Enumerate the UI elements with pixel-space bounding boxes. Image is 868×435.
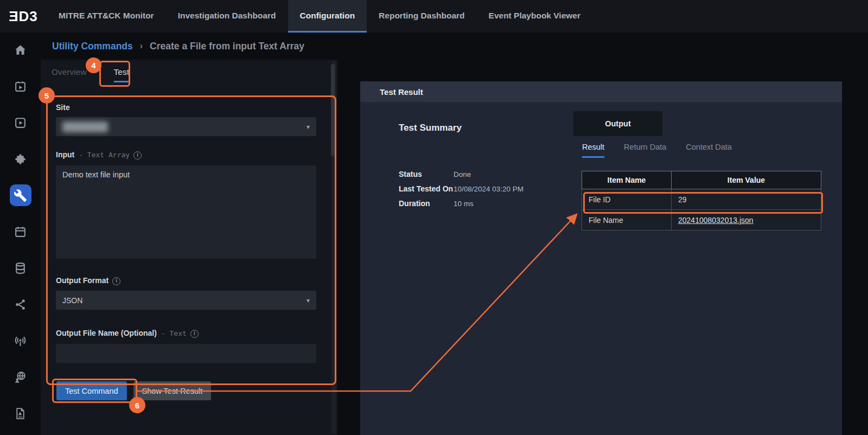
output-format-label: Output Format xyxy=(56,276,120,285)
sidebar-item-incident-monitor[interactable] xyxy=(10,75,31,97)
test-summary-rows: Status Done Last Tested On 10/08/2024 03… xyxy=(399,170,524,208)
subtab-return-data[interactable]: Return Data xyxy=(624,143,666,158)
tab-output[interactable]: Output xyxy=(573,111,662,136)
test-result-panel: Test Result Test Summary Status Done Las… xyxy=(360,81,842,435)
command-test-panel: Overview Test Site Input- Text Array Dem… xyxy=(41,60,337,435)
file-name-link[interactable]: 20241008032013.json xyxy=(678,216,754,225)
tools-icon xyxy=(14,189,27,202)
sidebar-item-integrations[interactable] xyxy=(10,148,31,170)
left-panel-scrollbar[interactable] xyxy=(331,61,336,434)
output-format-dropdown[interactable]: JSON xyxy=(56,291,316,310)
sidebar-item-playbooks[interactable] xyxy=(10,112,31,133)
video-file-icon xyxy=(14,116,27,130)
nav-item-reporting-dashboard[interactable]: Reporting Dashboard xyxy=(367,0,476,33)
broadcast-icon xyxy=(14,334,27,348)
annotation-badge-6: 6 xyxy=(129,397,145,413)
input-type-hint: - Text Array xyxy=(79,151,130,159)
annotation-badge-4: 4 xyxy=(86,57,101,73)
status-value: Done xyxy=(454,170,471,178)
document-signature-icon xyxy=(14,407,27,420)
input-textarea[interactable]: Demo text file input xyxy=(56,165,316,259)
output-result-table: Item Name Item Value File ID 29 File Nam… xyxy=(582,171,821,231)
sidebar-item-data-management[interactable] xyxy=(10,257,31,279)
calendar-play-icon xyxy=(14,80,27,93)
sidebar-item-audit-log[interactable] xyxy=(10,402,31,424)
input-label: Input- Text Array xyxy=(56,150,142,159)
test-command-button[interactable]: Test Command xyxy=(56,381,127,400)
last-tested-label: Last Tested On xyxy=(399,184,454,193)
breadcrumb-utility-commands[interactable]: Utility Commands xyxy=(52,41,133,52)
status-label: Status xyxy=(399,170,454,178)
test-result-title: Test Result xyxy=(380,87,423,97)
sidebar-item-connections[interactable] xyxy=(10,293,31,315)
item-value-header: Item Value xyxy=(672,171,821,189)
icon-sidebar xyxy=(0,33,41,435)
file-id-name-cell: File ID xyxy=(582,189,672,210)
file-name-name-cell: File Name xyxy=(582,210,672,231)
left-panel-scrollbar-thumb[interactable] xyxy=(331,64,335,156)
info-icon[interactable] xyxy=(133,151,142,159)
info-icon[interactable] xyxy=(112,277,120,285)
database-icon xyxy=(14,261,27,275)
page: ƎD3 MITRE ATT&CK Monitor Investigation D… xyxy=(0,0,868,435)
globe-user-icon xyxy=(14,370,27,384)
puzzle-icon xyxy=(14,152,27,166)
breadcrumb: Utility Commands › Create a File from in… xyxy=(0,33,868,60)
last-tested-value: 10/08/2024 03:20 PM xyxy=(454,185,524,193)
share-nodes-icon xyxy=(14,298,27,311)
breadcrumb-separator-icon: › xyxy=(140,41,143,51)
annotation-badge-5: 5 xyxy=(39,87,55,104)
show-test-result-button[interactable]: Show Test Result xyxy=(133,381,212,400)
sidebar-item-schedules[interactable] xyxy=(10,221,31,242)
summary-row-duration: Duration 10 ms xyxy=(399,199,524,208)
home-icon xyxy=(14,43,27,57)
table-row-file-id: File ID 29 xyxy=(582,189,821,210)
tab-overview[interactable]: Overview xyxy=(52,67,87,82)
tab-test[interactable]: Test xyxy=(114,67,129,82)
site-value-redacted xyxy=(62,121,108,132)
chevron-down-icon xyxy=(307,123,310,131)
output-file-name-input[interactable] xyxy=(56,344,316,363)
subtab-context-data[interactable]: Context Data xyxy=(686,143,732,158)
subtab-result[interactable]: Result xyxy=(582,143,604,158)
info-icon[interactable] xyxy=(190,330,199,338)
site-dropdown[interactable] xyxy=(56,117,316,136)
summary-row-status: Status Done xyxy=(399,170,524,178)
breadcrumb-current-page: Create a File from input Text Array xyxy=(150,41,304,52)
summary-row-last-tested: Last Tested On 10/08/2024 03:20 PM xyxy=(399,184,524,193)
output-subtabs: Result Return Data Context Data xyxy=(582,143,732,158)
sidebar-item-utility-commands[interactable] xyxy=(10,184,31,206)
d3-logo: ƎD3 xyxy=(0,0,47,33)
sidebar-item-user-globe[interactable] xyxy=(10,366,31,388)
test-summary-heading: Test Summary xyxy=(399,123,462,133)
file-id-value-cell: 29 xyxy=(672,189,821,210)
sidebar-item-home[interactable] xyxy=(10,39,31,61)
nav-item-mitre-attck-monitor[interactable]: MITRE ATT&CK Monitor xyxy=(47,0,166,33)
nav-item-configuration[interactable]: Configuration xyxy=(288,0,367,33)
output-file-name-label: Output File Name (Optional)- Text xyxy=(56,329,199,338)
test-result-header: Test Result xyxy=(360,81,842,102)
calendar-icon xyxy=(14,225,27,239)
nav-item-investigation-dashboard[interactable]: Investigation Dashboard xyxy=(166,0,288,33)
table-row-file-name: File Name 20241008032013.json xyxy=(582,210,821,231)
nav-item-event-playbook-viewer[interactable]: Event Playbook Viewer xyxy=(477,0,592,33)
sidebar-item-live-feeds[interactable] xyxy=(10,330,31,351)
duration-label: Duration xyxy=(399,199,454,208)
output-file-name-type-hint: - Text xyxy=(161,329,187,337)
top-nav: ƎD3 MITRE ATT&CK Monitor Investigation D… xyxy=(0,0,868,33)
top-nav-items: MITRE ATT&CK Monitor Investigation Dashb… xyxy=(47,0,592,33)
item-name-header: Item Name xyxy=(582,171,672,189)
site-label: Site xyxy=(56,103,70,112)
chevron-down-icon xyxy=(307,297,310,304)
output-format-value: JSON xyxy=(62,296,82,305)
duration-value: 10 ms xyxy=(454,200,474,208)
table-header-row: Item Name Item Value xyxy=(582,171,821,189)
